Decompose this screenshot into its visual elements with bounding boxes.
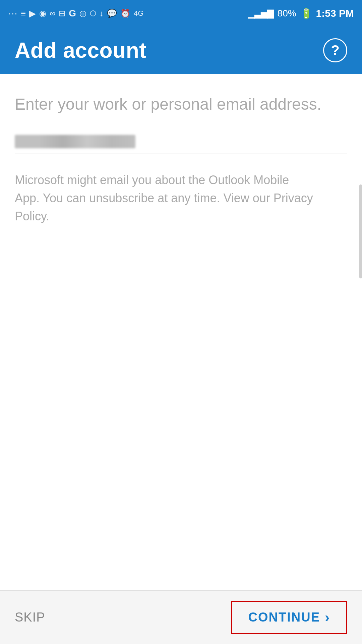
package-icon: ⬡ <box>90 9 96 18</box>
status-bar: ⋯ ≡ ▶ ◉ ∞ ⊟ G ◎ ⬡ ↓ 💬 ⏰ 4G ▁▃▅▇ 80% 🔋 1:… <box>0 0 362 27</box>
scrollbar[interactable] <box>359 184 362 278</box>
help-button[interactable]: ? <box>323 38 347 62</box>
target-icon: ◎ <box>79 9 86 18</box>
chat-icon: 💬 <box>107 9 117 18</box>
video-icon: ▶ <box>29 8 36 19</box>
help-icon: ? <box>331 42 340 58</box>
layers-icon: ≡ <box>21 8 26 19</box>
app-header: Add account ? <box>0 27 362 74</box>
email-blurred-value <box>15 135 135 148</box>
main-content: Enter your work or personal email addres… <box>0 74 362 225</box>
google-icon: G <box>69 8 76 19</box>
clock: 1:53 PM <box>316 8 354 19</box>
continue-arrow-icon: › <box>325 609 330 626</box>
page-title: Add account <box>15 38 146 63</box>
privacy-notice: Microsoft might email you about the Outl… <box>15 171 316 225</box>
menu-dots-icon: ⋯ <box>8 8 17 19</box>
status-bar-icons: ⋯ ≡ ▶ ◉ ∞ ⊟ G ◎ ⬡ ↓ 💬 ⏰ 4G <box>8 8 143 19</box>
network-icon: 4G <box>134 9 143 18</box>
continue-label: CONTINUE <box>248 610 320 625</box>
battery-percentage: 80% <box>278 8 296 19</box>
alarm-icon: ⏰ <box>120 9 130 18</box>
email-input-container <box>15 135 347 154</box>
circle-check-icon: ◉ <box>39 9 46 18</box>
signal-icon: ▁▃▅▇ <box>248 8 274 19</box>
status-bar-right: ▁▃▅▇ 80% 🔋 1:53 PM <box>248 8 354 19</box>
link-icon: ∞ <box>50 9 55 18</box>
bottom-action-bar: SKIP CONTINUE › <box>0 590 362 644</box>
skip-button[interactable]: SKIP <box>15 610 45 625</box>
image-icon: ⊟ <box>59 9 65 18</box>
input-underline <box>15 154 347 154</box>
download-icon: ↓ <box>100 9 104 18</box>
instruction-text: Enter your work or personal email addres… <box>15 94 347 115</box>
continue-button[interactable]: CONTINUE › <box>231 601 347 634</box>
battery-icon: 🔋 <box>300 8 312 19</box>
